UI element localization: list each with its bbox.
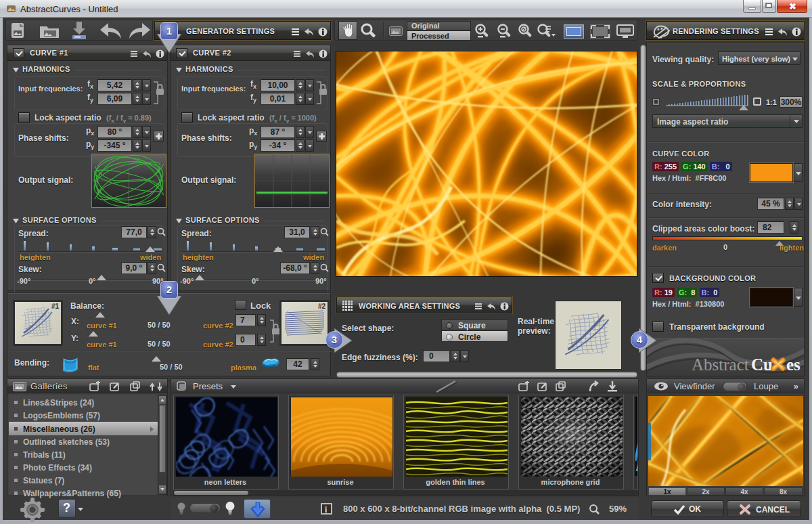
svg-text:es: es [786, 355, 800, 374]
svg-text:Abstract: Abstract [692, 355, 749, 374]
svg-text:Cu: Cu [751, 355, 773, 374]
